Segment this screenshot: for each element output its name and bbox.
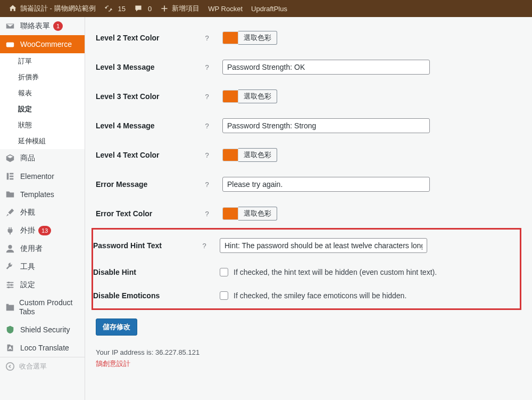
footer-text: Your IP address is: 36.227.85.121 鵠創意設計 bbox=[96, 347, 521, 370]
updraftplus-link[interactable]: UpdraftPlus bbox=[247, 0, 292, 17]
shield-icon bbox=[5, 325, 16, 334]
sidebar-item-custom-product-tabs[interactable]: Custom Product Tabs bbox=[0, 294, 85, 321]
level3-message-input[interactable] bbox=[222, 60, 430, 75]
wrench-icon bbox=[5, 262, 16, 272]
woo-icon bbox=[5, 39, 16, 49]
password-hint-input[interactable] bbox=[220, 238, 427, 253]
sidebar-item-tools[interactable]: 工具 bbox=[0, 258, 85, 276]
disable-emoticons-checkbox[interactable] bbox=[220, 291, 228, 300]
new-content-link[interactable]: 新增項目 bbox=[156, 0, 204, 17]
submenu-settings[interactable]: 設定 bbox=[0, 101, 85, 117]
svg-rect-12 bbox=[6, 305, 14, 311]
admin-sidebar: 聯絡表單 1 WooCommerce 訂單 折價券 報表 設定 狀態 延伸模組 … bbox=[0, 17, 85, 400]
submenu-reports[interactable]: 報表 bbox=[0, 85, 85, 101]
svg-rect-1 bbox=[7, 173, 9, 180]
label: Disable Hint bbox=[93, 268, 200, 276]
submenu-coupons[interactable]: 折價券 bbox=[0, 69, 85, 85]
select-color-button[interactable]: 選取色彩 bbox=[238, 31, 277, 45]
badge: 1 bbox=[53, 21, 63, 31]
select-color-button[interactable]: 選取色彩 bbox=[238, 207, 277, 221]
help-icon[interactable]: ? bbox=[202, 151, 212, 159]
help-icon[interactable]: ? bbox=[202, 93, 212, 101]
submenu-extensions[interactable]: 延伸模組 bbox=[0, 133, 85, 149]
sidebar-item-elementor[interactable]: Elementor bbox=[0, 167, 85, 185]
label: Error Message bbox=[96, 180, 202, 189]
disable-hint-checkbox[interactable] bbox=[220, 268, 228, 276]
color-swatch[interactable] bbox=[222, 31, 238, 44]
row-level4-message: Level 4 Message ? bbox=[96, 111, 521, 141]
row-level4-text-color: Level 4 Text Color ? 選取色彩 bbox=[96, 141, 521, 169]
translate-icon bbox=[5, 343, 16, 353]
color-swatch[interactable] bbox=[222, 207, 238, 220]
plus-icon bbox=[160, 4, 169, 13]
label: Password Hint Text bbox=[93, 241, 200, 250]
label: Level 3 Text Color bbox=[96, 92, 202, 101]
svg-point-9 bbox=[8, 282, 10, 284]
color-swatch[interactable] bbox=[222, 149, 238, 161]
row-password-hint-text: Password Hint Text ? bbox=[93, 231, 516, 260]
woocommerce-submenu: 訂單 折價券 報表 設定 狀態 延伸模組 bbox=[0, 53, 85, 149]
credit-link[interactable]: 鵠創意設計 bbox=[96, 360, 130, 368]
home-icon bbox=[9, 4, 17, 13]
sidebar-item-appearance[interactable]: 外觀 bbox=[0, 203, 85, 222]
sidebar-item-woocommerce[interactable]: WooCommerce bbox=[0, 35, 85, 53]
sidebar-item-shield-security[interactable]: Shield Security bbox=[0, 321, 85, 339]
svg-point-14 bbox=[6, 362, 14, 370]
updates-link[interactable]: 15 bbox=[100, 0, 130, 17]
row-error-message: Error Message ? bbox=[96, 169, 521, 199]
sidebar-item-users[interactable]: 使用者 bbox=[0, 240, 85, 258]
svg-point-11 bbox=[8, 287, 10, 289]
site-name: 鵠崙設計 - 購物網站範例 bbox=[20, 4, 96, 13]
sidebar-item-templates[interactable]: Templates bbox=[0, 185, 85, 203]
wp-rocket-link[interactable]: WP Rocket bbox=[204, 0, 247, 17]
error-message-input[interactable] bbox=[222, 177, 430, 192]
row-error-text-color: Error Text Color ? 選取色彩 bbox=[96, 199, 521, 228]
main-content: Level 2 Text Color ? 選取色彩 Level 3 Messag… bbox=[85, 17, 532, 400]
submenu-status[interactable]: 狀態 bbox=[0, 117, 85, 133]
help-icon[interactable]: ? bbox=[200, 242, 209, 250]
svg-point-5 bbox=[8, 245, 12, 249]
svg-rect-13 bbox=[6, 304, 9, 305]
save-button[interactable]: 儲存修改 bbox=[96, 319, 137, 336]
color-swatch[interactable] bbox=[222, 90, 238, 103]
mail-icon bbox=[5, 21, 16, 31]
folder-icon bbox=[5, 190, 16, 199]
row-level2-text-color: Level 2 Text Color ? 選取色彩 bbox=[96, 23, 521, 52]
sidebar-item-loco-translate[interactable]: Loco Translate bbox=[0, 339, 85, 357]
select-color-button[interactable]: 選取色彩 bbox=[238, 89, 277, 103]
tabs-icon bbox=[5, 303, 15, 312]
svg-point-10 bbox=[11, 284, 13, 286]
comments-count: 0 bbox=[148, 5, 152, 13]
label: Level 3 Message bbox=[96, 63, 202, 71]
help-icon[interactable]: ? bbox=[202, 34, 212, 42]
refresh-icon bbox=[104, 4, 113, 13]
svg-rect-3 bbox=[10, 176, 13, 177]
label: Disable Emoticons bbox=[93, 291, 200, 300]
comments-link[interactable]: 0 bbox=[130, 0, 156, 17]
help-icon[interactable]: ? bbox=[202, 210, 212, 218]
svg-rect-0 bbox=[6, 42, 14, 47]
select-color-button[interactable]: 選取色彩 bbox=[238, 148, 277, 162]
plug-icon bbox=[5, 226, 16, 235]
sidebar-item-products[interactable]: 商品 bbox=[0, 149, 85, 167]
site-link[interactable]: 鵠崙設計 - 購物網站範例 bbox=[4, 0, 100, 17]
level4-message-input[interactable] bbox=[222, 118, 430, 133]
help-icon[interactable]: ? bbox=[202, 122, 212, 130]
help-icon[interactable]: ? bbox=[202, 63, 212, 71]
checkbox-description: If checked, the hint text will be hidden… bbox=[234, 268, 437, 276]
row-level3-text-color: Level 3 Text Color ? 選取色彩 bbox=[96, 82, 521, 111]
brush-icon bbox=[5, 208, 16, 217]
sidebar-item-plugins[interactable]: 外掛 13 bbox=[0, 222, 85, 240]
submenu-orders[interactable]: 訂單 bbox=[0, 53, 85, 69]
highlighted-section: Password Hint Text ? Disable Hint If che… bbox=[92, 228, 521, 310]
help-icon[interactable]: ? bbox=[202, 181, 212, 189]
sidebar-item-settings[interactable]: 設定 bbox=[0, 276, 85, 294]
collapse-menu[interactable]: 收合選單 bbox=[0, 357, 85, 375]
box-icon bbox=[5, 153, 16, 163]
row-level3-message: Level 3 Message ? bbox=[96, 52, 521, 82]
admin-bar: 鵠崙設計 - 購物網站範例 15 0 新增項目 WP Rocket Updraf… bbox=[0, 0, 532, 17]
sliders-icon bbox=[5, 280, 16, 290]
row-disable-emoticons: Disable Emoticons If checked, the smiley… bbox=[93, 284, 516, 307]
sidebar-item-contact-form[interactable]: 聯絡表單 1 bbox=[0, 17, 85, 35]
comment-icon bbox=[134, 4, 143, 13]
